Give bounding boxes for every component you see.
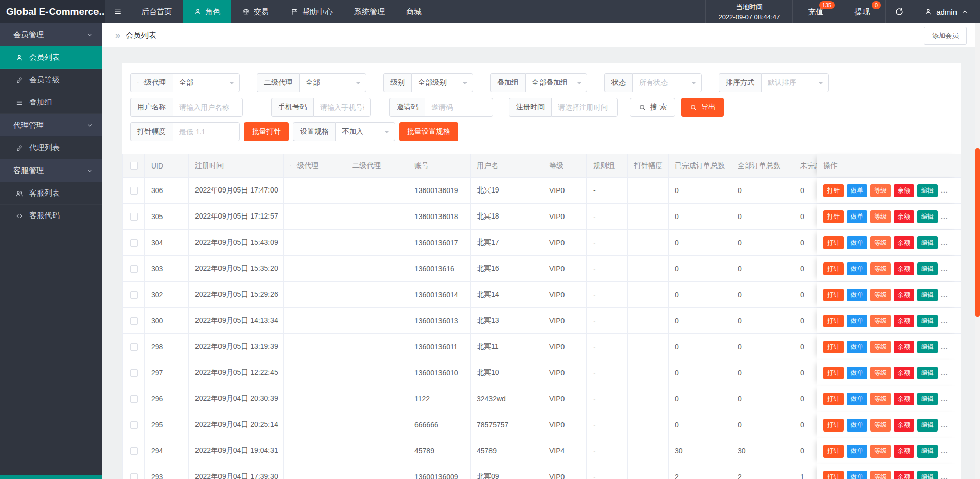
more-actions-button[interactable]: ...	[941, 265, 948, 273]
batch-inject-button[interactable]: 批量打针	[244, 122, 289, 141]
row-action-button[interactable]: 等级	[870, 184, 891, 197]
row-checkbox[interactable]	[130, 317, 138, 325]
row-action-button[interactable]: 余额	[894, 367, 914, 379]
filter-input[interactable]	[320, 103, 364, 111]
row-action-button[interactable]: 打针	[823, 289, 844, 301]
more-actions-button[interactable]: ...	[941, 238, 948, 247]
row-action-button[interactable]: 余额	[894, 210, 914, 223]
scrollbar-thumb[interactable]	[975, 148, 980, 317]
row-action-button[interactable]: 编辑	[917, 445, 938, 458]
row-action-button[interactable]: 余额	[894, 419, 914, 432]
search-button[interactable]: 搜 索	[630, 98, 675, 117]
filter-input[interactable]	[179, 103, 236, 111]
row-action-button[interactable]: 打针	[823, 471, 844, 479]
row-action-button[interactable]: 编辑	[917, 289, 938, 301]
sidebar-item[interactable]: 客服列表	[0, 182, 102, 205]
select-all-checkbox[interactable]	[130, 162, 138, 170]
row-action-button[interactable]: 做单	[847, 210, 867, 223]
row-action-button[interactable]: 等级	[870, 262, 891, 275]
row-action-button[interactable]: 打针	[823, 262, 844, 275]
refresh-button[interactable]	[886, 0, 913, 23]
sidebar-item[interactable]: 代理列表	[0, 137, 102, 159]
sidebar-group[interactable]: 客服管理	[0, 159, 102, 182]
row-action-button[interactable]: 编辑	[917, 341, 938, 353]
more-actions-button[interactable]: ...	[941, 291, 948, 299]
row-action-button[interactable]: 等级	[870, 471, 891, 479]
row-action-button[interactable]: 余额	[894, 471, 914, 479]
navbar-stat[interactable]: 充值135	[793, 0, 839, 23]
row-action-button[interactable]: 打针	[823, 210, 844, 223]
row-action-button[interactable]: 等级	[870, 289, 891, 301]
row-action-button[interactable]: 做单	[847, 471, 867, 479]
filter-select[interactable]: 全部	[299, 73, 366, 92]
row-checkbox[interactable]	[130, 343, 138, 351]
nav-item[interactable]: 帮助中心	[280, 0, 344, 23]
navbar-stat[interactable]: 提现0	[839, 0, 886, 23]
more-actions-button[interactable]: ...	[941, 212, 948, 221]
sidebar-group[interactable]: 代理管理	[0, 114, 102, 137]
row-action-button[interactable]: 编辑	[917, 262, 938, 275]
row-action-button[interactable]: 做单	[847, 184, 867, 197]
nav-item[interactable]: 商城	[396, 0, 432, 23]
row-action-button[interactable]: 余额	[894, 236, 914, 249]
row-action-button[interactable]: 打针	[823, 393, 844, 405]
user-menu[interactable]: admin	[913, 0, 980, 23]
row-action-button[interactable]: 编辑	[917, 315, 938, 327]
export-button[interactable]: 导出	[681, 98, 724, 117]
row-action-button[interactable]: 做单	[847, 393, 867, 405]
row-action-button[interactable]: 等级	[870, 445, 891, 458]
row-action-button[interactable]: 余额	[894, 289, 914, 301]
batch-spec-button[interactable]: 批量设置规格	[399, 122, 458, 141]
row-action-button[interactable]: 打针	[823, 341, 844, 353]
sidebar-group[interactable]: 会员管理	[0, 23, 102, 46]
row-action-button[interactable]: 打针	[823, 445, 844, 458]
row-action-button[interactable]: 余额	[894, 315, 914, 327]
row-checkbox[interactable]	[130, 447, 138, 455]
more-actions-button[interactable]: ...	[941, 186, 948, 195]
row-action-button[interactable]: 等级	[870, 315, 891, 327]
filter-select[interactable]: 全部叠加组	[525, 73, 587, 92]
row-action-button[interactable]: 编辑	[917, 419, 938, 432]
row-action-button[interactable]: 编辑	[917, 210, 938, 223]
row-action-button[interactable]: 编辑	[917, 367, 938, 379]
more-actions-button[interactable]: ...	[941, 395, 948, 403]
nav-item[interactable]: 系统管理	[344, 0, 396, 23]
row-action-button[interactable]: 打针	[823, 367, 844, 379]
more-actions-button[interactable]: ...	[941, 317, 948, 325]
filter-input[interactable]	[558, 103, 611, 111]
more-actions-button[interactable]: ...	[941, 421, 948, 429]
row-action-button[interactable]: 做单	[847, 315, 867, 327]
row-checkbox[interactable]	[130, 291, 138, 299]
sidebar-item[interactable]: 会员等级	[0, 69, 102, 91]
row-checkbox[interactable]	[130, 239, 138, 247]
row-checkbox[interactable]	[130, 213, 138, 221]
row-action-button[interactable]: 做单	[847, 419, 867, 432]
row-action-button[interactable]: 等级	[870, 341, 891, 353]
row-checkbox[interactable]	[130, 473, 138, 479]
row-action-button[interactable]: 等级	[870, 210, 891, 223]
row-action-button[interactable]: 等级	[870, 419, 891, 432]
row-action-button[interactable]: 做单	[847, 367, 867, 379]
more-actions-button[interactable]: ...	[941, 473, 948, 479]
nav-item[interactable]: 交易	[231, 0, 280, 23]
row-action-button[interactable]: 余额	[894, 184, 914, 197]
filter-select[interactable]: 全部级别	[411, 73, 473, 92]
row-action-button[interactable]: 打针	[823, 236, 844, 249]
sidebar-toggle-button[interactable]	[105, 0, 131, 23]
row-action-button[interactable]: 等级	[870, 367, 891, 379]
sidebar-item[interactable]: 会员列表	[0, 46, 102, 69]
row-action-button[interactable]: 打针	[823, 184, 844, 197]
row-action-button[interactable]: 余额	[894, 341, 914, 353]
row-action-button[interactable]: 等级	[870, 236, 891, 249]
row-action-button[interactable]: 编辑	[917, 236, 938, 249]
row-action-button[interactable]: 打针	[823, 315, 844, 327]
spec-select[interactable]: 不加入	[335, 122, 395, 141]
sidebar-item[interactable]: 叠加组	[0, 91, 102, 114]
row-action-button[interactable]: 余额	[894, 393, 914, 405]
row-action-button[interactable]: 余额	[894, 262, 914, 275]
row-checkbox[interactable]	[130, 395, 138, 403]
row-action-button[interactable]: 做单	[847, 262, 867, 275]
row-action-button[interactable]: 编辑	[917, 393, 938, 405]
row-action-button[interactable]: 余额	[894, 445, 914, 458]
row-action-button[interactable]: 做单	[847, 341, 867, 353]
